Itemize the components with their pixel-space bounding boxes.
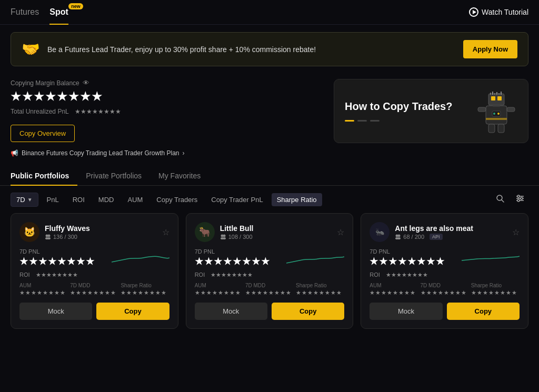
balance-value: ★★★★★★★★: [11, 90, 323, 104]
svg-rect-3: [497, 96, 502, 100]
svg-rect-13: [488, 124, 495, 133]
pnl-value-2: ★★★★★★★★: [195, 256, 271, 267]
svg-point-25: [521, 197, 523, 199]
apply-now-button[interactable]: Apply Now: [463, 40, 517, 58]
filter-pnl[interactable]: PnL: [42, 193, 64, 206]
trader-name-2: Little Bull: [220, 224, 254, 233]
trader-card-3: 🐜 Ant legs are also meat 68 / 200 API: [361, 213, 528, 329]
pnl-section-2: 7D PNL ★★★★★★★★: [195, 247, 345, 268]
copy-overview-button[interactable]: Copy Overview: [11, 125, 75, 142]
mock-button-3[interactable]: Mock: [370, 303, 442, 320]
watch-tutorial-button[interactable]: Watch Tutorial: [469, 7, 528, 17]
settings-icon: [516, 194, 524, 203]
stat-aum-2: AUM ★★★★★★★★: [195, 283, 243, 296]
trader-name-3: Ant legs are also meat: [395, 224, 473, 233]
svg-rect-15: [486, 118, 507, 120]
tab-my-favorites[interactable]: My Favorites: [158, 166, 209, 185]
people-icon-1: [45, 234, 51, 240]
copy-button-1[interactable]: Copy: [96, 303, 169, 320]
dot-1[interactable]: [345, 120, 354, 122]
how-to-copy-title: How to Copy Trades?: [345, 100, 452, 113]
roi-row-1: ROI ★★★★★★★★: [19, 272, 169, 278]
header: Futures Spot new Watch Tutorial: [0, 0, 539, 25]
tab-spot[interactable]: Spot new: [49, 7, 68, 17]
favorite-star-1[interactable]: ☆: [162, 227, 169, 237]
banner-emoji: 🤝: [22, 41, 40, 58]
trader-info-1: 🐱 Fluffy Waves 136 / 300: [19, 222, 90, 242]
carousel-dots: [345, 120, 452, 122]
stat-aum-1: AUM ★★★★★★★★: [19, 283, 68, 296]
filter-settings-button[interactable]: [512, 192, 528, 207]
hide-balance-icon[interactable]: 👁: [83, 79, 89, 87]
megaphone-icon: 📢: [11, 149, 18, 157]
period-selector[interactable]: 7D ▼: [11, 193, 38, 207]
play-triangle-icon: [473, 10, 476, 14]
mini-chart-2: [286, 247, 344, 268]
favorite-star-3[interactable]: ☆: [512, 227, 520, 237]
filter-aum[interactable]: AUM: [122, 193, 148, 206]
chevron-down-icon: ▼: [27, 197, 33, 203]
search-button[interactable]: [492, 192, 508, 207]
favorite-star-2[interactable]: ☆: [337, 227, 344, 237]
pnl-label: Total Unrealized PnL ★★★★★★★★: [11, 108, 323, 115]
pnl-section-1: 7D PNL ★★★★★★★★: [19, 247, 169, 268]
copy-button-3[interactable]: Copy: [447, 303, 520, 320]
people-icon-2: [220, 234, 226, 240]
filter-copy-traders[interactable]: Copy Traders: [151, 193, 203, 206]
card-header-3: 🐜 Ant legs are also meat 68 / 200 API: [370, 222, 520, 242]
stat-aum-3: AUM ★★★★★★★★: [370, 283, 418, 296]
stat-sharpe-2: Sharpe Ratio ★★★★★★★★: [296, 283, 344, 296]
pnl-value-3: ★★★★★★★★: [370, 256, 445, 267]
card-stats-1: AUM ★★★★★★★★ 7D MDD ★★★★★★★★ Sharpe Rati…: [19, 283, 169, 296]
trader-avatar-3: 🐜: [370, 222, 390, 242]
svg-rect-2: [491, 96, 495, 100]
tab-private-portfolios[interactable]: Private Portfolios: [86, 166, 150, 185]
card-header-1: 🐱 Fluffy Waves 136 / 300 ☆: [19, 222, 169, 242]
filter-copy-trader-pnl[interactable]: Copy Trader PnL: [206, 193, 268, 206]
api-badge-3: API: [430, 234, 443, 240]
dot-2[interactable]: [357, 120, 367, 122]
trader-card-1: 🐱 Fluffy Waves 136 / 300 ☆: [11, 213, 178, 329]
card-actions-3: Mock Copy: [370, 303, 520, 320]
how-to-copy-illustration: [475, 90, 517, 132]
people-icon-3: [395, 234, 401, 240]
trader-count-3: 68 / 200 API: [395, 234, 473, 240]
trader-cards-grid: 🐱 Fluffy Waves 136 / 300 ☆: [0, 213, 539, 339]
tab-public-portfolios[interactable]: Public Portfolios: [11, 166, 77, 185]
svg-point-17: [493, 113, 495, 115]
card-stats-2: AUM ★★★★★★★★ 7D MDD ★★★★★★★★ Sharpe Rati…: [195, 283, 345, 296]
filter-sharpe-ratio[interactable]: Sharpe Ratio: [272, 193, 322, 206]
copy-button-2[interactable]: Copy: [272, 303, 344, 320]
stat-sharpe-1: Sharpe Ratio ★★★★★★★★: [121, 283, 169, 296]
filter-mdd[interactable]: MDD: [93, 193, 119, 206]
trader-card-2: 🐂 Little Bull 108 / 300 ☆: [186, 213, 354, 329]
search-icon: [496, 194, 504, 203]
mock-button-2[interactable]: Mock: [195, 303, 267, 320]
svg-point-24: [517, 195, 520, 197]
svg-point-18: [497, 113, 500, 115]
copying-margin-label: Copying Margin Balance 👁: [11, 79, 323, 87]
filter-bar: 7D ▼ PnL ROI MDD AUM Copy Traders Copy T…: [0, 186, 539, 213]
filter-roi[interactable]: ROI: [67, 193, 90, 206]
svg-rect-14: [498, 124, 504, 133]
svg-point-28: [48, 235, 51, 237]
mini-chart-1: [112, 247, 169, 268]
arrow-right-icon: ›: [183, 149, 185, 157]
svg-rect-11: [478, 107, 486, 112]
tab-futures[interactable]: Futures: [11, 7, 39, 17]
trader-count-1: 136 / 300: [45, 234, 90, 240]
banner-text: Be a Futures Lead Trader, enjoy up to 30…: [47, 45, 316, 54]
trader-info-2: 🐂 Little Bull 108 / 300: [195, 222, 254, 242]
svg-rect-12: [507, 107, 515, 112]
mock-button-1[interactable]: Mock: [19, 303, 92, 320]
svg-rect-10: [493, 105, 500, 107]
growth-plan-link[interactable]: 📢 Binance Futures Copy Trading Lead Trad…: [11, 149, 323, 157]
trader-count-2: 108 / 300: [220, 234, 254, 240]
stat-mdd-3: 7D MDD ★★★★★★★★: [421, 283, 469, 296]
promo-banner: 🤝 Be a Futures Lead Trader, enjoy up to …: [11, 32, 528, 66]
dot-3[interactable]: [370, 120, 380, 122]
card-actions-1: Mock Copy: [19, 303, 169, 320]
stat-mdd-2: 7D MDD ★★★★★★★★: [245, 283, 294, 296]
card-header-2: 🐂 Little Bull 108 / 300 ☆: [195, 222, 345, 242]
new-badge: new: [68, 3, 83, 9]
